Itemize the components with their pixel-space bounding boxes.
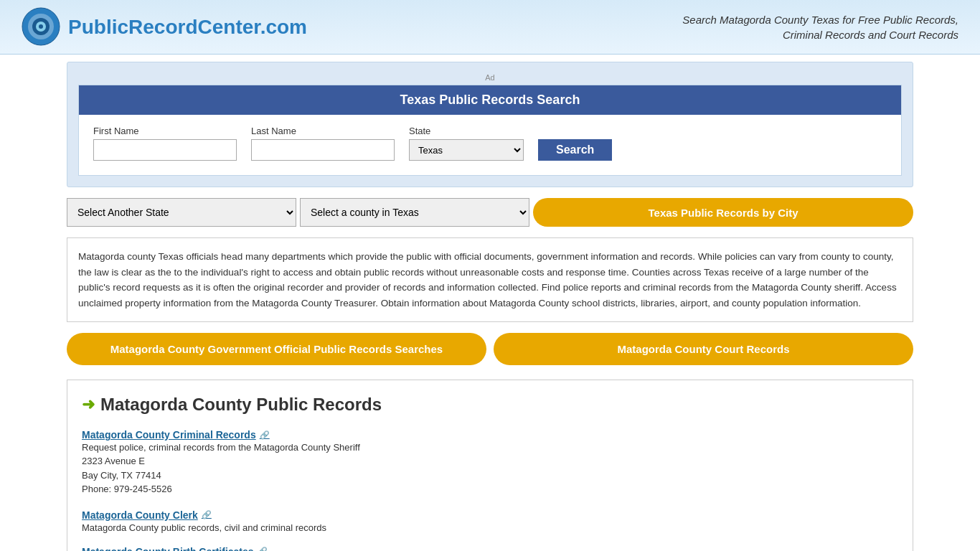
record-description: Request police, criminal records from th… bbox=[82, 442, 898, 453]
description-box: Matagorda county Texas officials head ma… bbox=[67, 237, 913, 322]
clerk-link[interactable]: Matagorda County Clerk 🔗 bbox=[82, 509, 898, 521]
last-name-input[interactable] bbox=[251, 139, 395, 161]
criminal-records-link[interactable]: Matagorda County Criminal Records 🔗 bbox=[82, 429, 898, 441]
list-item: Matagorda County Birth Certificates 🔗 Ma… bbox=[82, 546, 898, 551]
external-link-icon: 🔗 bbox=[258, 547, 268, 551]
search-box-title: Texas Public Records Search bbox=[79, 85, 901, 115]
gov-records-button[interactable]: Matagorda County Government Official Pub… bbox=[67, 333, 486, 365]
dropdowns-row: Select Another State Alabama Alaska Ariz… bbox=[67, 198, 913, 227]
first-name-group: First Name bbox=[93, 126, 237, 161]
header-tagline: Search Matagorda County Texas for Free P… bbox=[672, 12, 958, 42]
first-name-input[interactable] bbox=[93, 139, 237, 161]
ad-section: Ad Texas Public Records Search First Nam… bbox=[67, 62, 913, 187]
state-select[interactable]: Select Another State Alabama Alaska Ariz… bbox=[67, 198, 296, 227]
external-link-icon: 🔗 bbox=[202, 510, 212, 519]
first-name-label: First Name bbox=[93, 126, 237, 136]
search-form: First Name Last Name State Texas Alabama… bbox=[79, 115, 901, 175]
search-button[interactable]: Search bbox=[538, 139, 612, 161]
svg-point-4 bbox=[39, 24, 43, 29]
county-select[interactable]: Select a county in Texas Anderson County… bbox=[300, 198, 529, 227]
logo-icon bbox=[22, 7, 61, 47]
list-item: Matagorda County Clerk 🔗 Matagorda Count… bbox=[82, 509, 898, 533]
main-content: Ad Texas Public Records Search First Nam… bbox=[52, 55, 928, 551]
external-link-icon: 🔗 bbox=[260, 430, 270, 440]
header: PublicRecordCenter.com Search Matagorda … bbox=[0, 0, 980, 55]
court-records-button[interactable]: Matagorda County Court Records bbox=[494, 333, 913, 365]
state-dropdown[interactable]: Texas Alabama Alaska California Florida … bbox=[409, 139, 524, 161]
records-title: ➜ Matagorda County Public Records bbox=[82, 395, 898, 415]
records-section: ➜ Matagorda County Public Records Matago… bbox=[67, 380, 913, 551]
ad-label: Ad bbox=[78, 73, 902, 82]
last-name-label: Last Name bbox=[251, 126, 395, 136]
logo-area[interactable]: PublicRecordCenter.com bbox=[22, 7, 307, 47]
city-records-button[interactable]: Texas Public Records by City bbox=[533, 198, 913, 227]
records-title-text: Matagorda County Public Records bbox=[100, 395, 382, 415]
arrow-icon: ➜ bbox=[82, 395, 95, 414]
description-text: Matagorda county Texas officials head ma… bbox=[78, 249, 902, 311]
list-item: Matagorda County Criminal Records 🔗 Requ… bbox=[82, 429, 898, 496]
action-buttons: Matagorda County Government Official Pub… bbox=[67, 333, 913, 365]
state-group: State Texas Alabama Alaska California Fl… bbox=[409, 126, 524, 161]
last-name-group: Last Name bbox=[251, 126, 395, 161]
state-label: State bbox=[409, 126, 524, 136]
record-description: Matagorda County public records, civil a… bbox=[82, 522, 898, 533]
search-box: Texas Public Records Search First Name L… bbox=[78, 85, 902, 176]
birth-certs-link[interactable]: Matagorda County Birth Certificates 🔗 bbox=[82, 546, 898, 551]
record-address: 2323 Avenue E Bay City, TX 77414 Phone: … bbox=[82, 454, 898, 496]
logo-text[interactable]: PublicRecordCenter.com bbox=[68, 16, 307, 39]
